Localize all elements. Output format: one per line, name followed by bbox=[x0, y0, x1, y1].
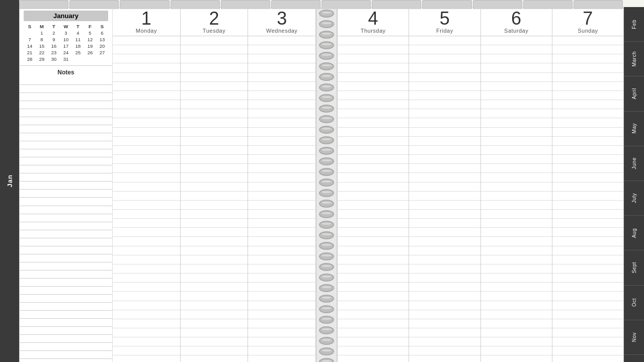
day-line[interactable] bbox=[113, 310, 180, 319]
day-line[interactable] bbox=[409, 128, 480, 137]
cal-day-cell[interactable]: 15 bbox=[36, 43, 48, 49]
day-line[interactable] bbox=[248, 155, 315, 164]
day-line[interactable] bbox=[248, 355, 315, 362]
cal-day-cell[interactable]: 31 bbox=[60, 56, 72, 62]
day-line[interactable] bbox=[248, 73, 315, 82]
day-line[interactable] bbox=[248, 164, 315, 173]
month-tab-may[interactable]: May bbox=[624, 112, 644, 146]
day-line[interactable] bbox=[248, 146, 315, 155]
day-line[interactable] bbox=[481, 183, 552, 192]
note-line[interactable] bbox=[20, 327, 112, 335]
cal-day-cell[interactable]: 13 bbox=[96, 36, 108, 43]
day-line[interactable] bbox=[409, 63, 480, 72]
day-line[interactable] bbox=[113, 201, 180, 210]
note-line[interactable] bbox=[20, 182, 112, 190]
top-tab-7[interactable] bbox=[321, 0, 371, 9]
day-line[interactable] bbox=[181, 36, 248, 45]
day-line[interactable] bbox=[481, 73, 552, 82]
cal-day-cell[interactable]: 30 bbox=[48, 56, 60, 62]
cal-day-cell[interactable]: 11 bbox=[72, 36, 84, 43]
day-line[interactable] bbox=[409, 246, 480, 255]
cal-day-cell[interactable]: 22 bbox=[36, 49, 48, 56]
cal-day-cell[interactable]: 23 bbox=[48, 49, 60, 56]
note-line[interactable] bbox=[20, 246, 112, 254]
note-line[interactable] bbox=[20, 125, 112, 133]
day-line[interactable] bbox=[481, 346, 552, 355]
cal-day-cell[interactable]: 29 bbox=[36, 56, 48, 62]
day-line[interactable] bbox=[552, 355, 623, 362]
day-line[interactable] bbox=[248, 100, 315, 109]
day-line[interactable] bbox=[113, 63, 180, 72]
cal-day-cell[interactable]: 10 bbox=[60, 36, 72, 43]
note-line[interactable] bbox=[20, 190, 112, 198]
day-line[interactable] bbox=[552, 283, 623, 292]
cal-day-cell[interactable]: 28 bbox=[24, 56, 36, 62]
day-line[interactable] bbox=[409, 173, 480, 182]
day-line[interactable] bbox=[409, 192, 480, 201]
day-line[interactable] bbox=[181, 82, 248, 91]
day-line[interactable] bbox=[552, 54, 623, 63]
day-line[interactable] bbox=[338, 100, 409, 109]
day-line[interactable] bbox=[113, 255, 180, 264]
day-line[interactable] bbox=[338, 228, 409, 237]
day-line[interactable] bbox=[552, 73, 623, 82]
day-line[interactable] bbox=[409, 82, 480, 91]
day-line[interactable] bbox=[552, 328, 623, 337]
day-line[interactable] bbox=[481, 210, 552, 219]
day-line[interactable] bbox=[409, 137, 480, 146]
day-line[interactable] bbox=[481, 173, 552, 182]
day-line[interactable] bbox=[248, 173, 315, 182]
day-line[interactable] bbox=[181, 237, 248, 246]
day-line[interactable] bbox=[113, 355, 180, 362]
day-line[interactable] bbox=[248, 337, 315, 346]
day-line[interactable] bbox=[248, 201, 315, 210]
day-line[interactable] bbox=[181, 264, 248, 274]
note-line[interactable] bbox=[20, 311, 112, 319]
note-line[interactable] bbox=[20, 101, 112, 109]
day-line[interactable] bbox=[338, 210, 409, 219]
day-line[interactable] bbox=[338, 292, 409, 301]
note-line[interactable] bbox=[20, 351, 112, 359]
day-line[interactable] bbox=[181, 146, 248, 155]
day-line[interactable] bbox=[552, 118, 623, 127]
day-line[interactable] bbox=[113, 109, 180, 118]
day-line[interactable] bbox=[552, 164, 623, 173]
day-line[interactable] bbox=[113, 45, 180, 54]
day-line[interactable] bbox=[181, 63, 248, 72]
note-line[interactable] bbox=[20, 262, 112, 270]
day-line[interactable] bbox=[409, 264, 480, 274]
day-line[interactable] bbox=[113, 210, 180, 219]
day-line[interactable] bbox=[248, 346, 315, 355]
day-line[interactable] bbox=[113, 237, 180, 246]
day-line[interactable] bbox=[181, 109, 248, 118]
cal-day-cell[interactable]: 25 bbox=[72, 49, 84, 56]
month-tab-oct[interactable]: Oct bbox=[624, 286, 644, 320]
note-line[interactable] bbox=[20, 287, 112, 295]
day-line[interactable] bbox=[181, 91, 248, 100]
note-line[interactable] bbox=[20, 238, 112, 246]
day-line[interactable] bbox=[338, 128, 409, 137]
day-line[interactable] bbox=[481, 246, 552, 255]
day-line[interactable] bbox=[481, 63, 552, 72]
day-line[interactable] bbox=[552, 337, 623, 346]
day-line[interactable] bbox=[248, 301, 315, 310]
day-line[interactable] bbox=[338, 36, 409, 45]
day-line[interactable] bbox=[181, 192, 248, 201]
cal-day-cell[interactable]: 19 bbox=[84, 43, 96, 49]
day-line[interactable] bbox=[409, 292, 480, 301]
day-line[interactable] bbox=[552, 310, 623, 319]
day-line[interactable] bbox=[248, 310, 315, 319]
day-line[interactable] bbox=[248, 319, 315, 328]
day-line[interactable] bbox=[248, 82, 315, 91]
note-line[interactable] bbox=[20, 343, 112, 351]
day-line[interactable] bbox=[248, 264, 315, 274]
day-line[interactable] bbox=[113, 118, 180, 127]
day-line[interactable] bbox=[181, 328, 248, 337]
note-line[interactable] bbox=[20, 359, 112, 362]
day-line[interactable] bbox=[409, 355, 480, 362]
cal-day-cell[interactable]: 26 bbox=[84, 49, 96, 56]
note-line[interactable] bbox=[20, 230, 112, 238]
day-line[interactable] bbox=[113, 319, 180, 328]
day-line[interactable] bbox=[248, 292, 315, 301]
day-line[interactable] bbox=[409, 228, 480, 237]
